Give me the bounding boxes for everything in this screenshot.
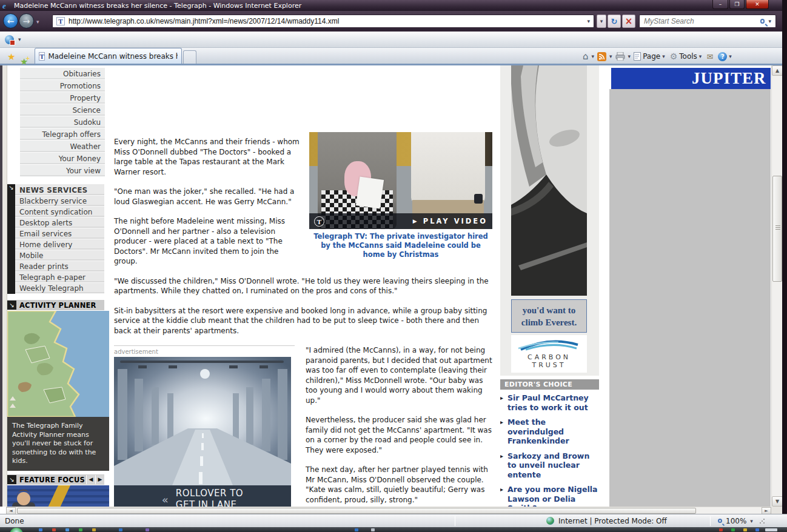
- section-arrow-icon: ↘: [7, 475, 16, 484]
- editors-choice-list: ▸Sir Paul McCartney tries to work it out…: [500, 393, 601, 507]
- pdf-addon-icon[interactable]: [5, 35, 14, 44]
- editors-choice-text: Are you more Nigella Lawson or Delia Smi…: [507, 485, 597, 507]
- page-menu-button[interactable]: Page ▾: [632, 51, 667, 62]
- gear-icon: ⚙: [670, 52, 678, 61]
- editors-choice-text: Sir Paul McCartney tries to work it out: [507, 393, 589, 412]
- history-dropdown-icon[interactable]: ▾: [36, 19, 39, 25]
- sidebar-item-epaper[interactable]: Telegraph e-paper: [15, 272, 104, 283]
- status-text: Done: [0, 517, 455, 525]
- sidebar-item-home-delivery[interactable]: Home delivery: [15, 239, 104, 250]
- scroll-up-button[interactable]: ▲: [772, 65, 783, 76]
- horizontal-scrollbar[interactable]: ◄ ►: [6, 507, 771, 514]
- home-icon: ⌂: [583, 51, 589, 62]
- sidebar-item-obituaries[interactable]: Obituaries: [20, 68, 105, 80]
- rss-icon: [597, 52, 606, 61]
- start-button[interactable]: [10, 528, 23, 532]
- sidebar-item-desktop-alerts[interactable]: Desktop alerts: [15, 218, 104, 228]
- favorites-star-icon[interactable]: ★: [7, 52, 15, 62]
- address-dropdown-icon[interactable]: ▾: [587, 18, 590, 24]
- sidebar-item-reader-prints[interactable]: Reader prints: [15, 261, 104, 272]
- editors-choice-link[interactable]: ▸Are you more Nigella Lawson or Delia Sm…: [500, 485, 601, 507]
- stop-button[interactable]: ×: [622, 15, 635, 28]
- print-button[interactable]: [614, 51, 627, 62]
- jupiter-banner-ad[interactable]: JUPITER: [611, 68, 771, 89]
- everest-advert[interactable]: you'd want to climb Everest.: [511, 299, 587, 333]
- search-icon[interactable]: [760, 19, 765, 24]
- help-button[interactable]: ? ▾: [716, 51, 734, 62]
- jupiter-banner-text: JUPITER: [611, 68, 766, 89]
- advert-rollover-bar[interactable]: « ROLLOVER TOGET IN LANE: [114, 485, 291, 507]
- refresh-button[interactable]: ↻: [608, 15, 621, 28]
- sidebar-item-blackberry[interactable]: Blackberry service: [15, 196, 104, 207]
- vertical-scroll-thumb[interactable]: [772, 176, 782, 282]
- activity-planner-caption: The Telegraph Family Activity Planner me…: [7, 417, 109, 471]
- home-button[interactable]: ⌂: [581, 50, 591, 63]
- video-widget[interactable]: T ▶ PLAY VIDEO Telegraph TV: The private…: [309, 132, 492, 259]
- editors-choice-link[interactable]: ▸Meet the overindulged Frankenkinder: [500, 417, 601, 446]
- zoom-icon: [718, 519, 722, 523]
- advert-line1: ROLLOVER TO: [176, 488, 243, 499]
- sidebar-item-your-money[interactable]: Your Money: [20, 153, 105, 165]
- search-dropdown-icon[interactable]: ▾: [768, 18, 771, 24]
- sidebar-item-mobile[interactable]: Mobile: [15, 250, 104, 261]
- home-dropdown-icon[interactable]: ▾: [592, 53, 595, 59]
- feature-focus-image[interactable]: [7, 485, 109, 507]
- new-tab-stub[interactable]: [183, 50, 196, 64]
- page-viewport: Obituaries Promotions Property Science S…: [0, 65, 787, 507]
- editors-choice-text: Sarkozy and Brown to unveil nuclear ente…: [507, 451, 589, 479]
- back-button[interactable]: ←: [3, 13, 18, 28]
- sidebar-item-property[interactable]: Property: [20, 92, 105, 104]
- address-bar[interactable]: T ▾: [52, 15, 594, 28]
- forward-button[interactable]: →: [19, 13, 34, 28]
- activity-planner-widget[interactable]: The Telegraph Family Activity Planner me…: [7, 311, 109, 471]
- editors-choice-link[interactable]: ▸Sarkozy and Brown to unveil nuclear ent…: [500, 451, 601, 480]
- sidebar-item-weekly-telegraph[interactable]: Weekly Telegraph: [15, 283, 104, 294]
- sidebar-item-sudoku[interactable]: Sudoku: [20, 116, 105, 128]
- tab-active[interactable]: T Madeleine McCann witness breaks her si…: [35, 48, 182, 64]
- zoom-dropdown-icon[interactable]: ▾: [750, 518, 753, 524]
- windows-taskbar[interactable]: [0, 527, 787, 532]
- video-control-bar[interactable]: T ▶ PLAY VIDEO: [309, 213, 492, 229]
- editors-choice-link[interactable]: ▸Sir Paul McCartney tries to work it out: [500, 393, 601, 412]
- vertical-scrollbar[interactable]: ▲ ▼: [771, 65, 782, 507]
- feeds-dropdown-icon[interactable]: ▾: [609, 53, 612, 59]
- close-button[interactable]: ✕: [746, 0, 769, 9]
- video-still-image[interactable]: T ▶ PLAY VIDEO: [309, 132, 492, 229]
- sidebar-item-weather[interactable]: Weather: [20, 141, 105, 153]
- tools-menu-button[interactable]: ⚙ Tools ▾: [668, 50, 704, 62]
- url-input[interactable]: [69, 17, 583, 25]
- feeds-button[interactable]: [595, 51, 608, 62]
- sidebar-nav: Obituaries Promotions Property Science S…: [20, 68, 105, 177]
- scroll-down-button[interactable]: ▼: [772, 496, 783, 507]
- play-video-label: PLAY VIDEO: [423, 217, 487, 225]
- minimize-button[interactable]: –: [712, 0, 728, 9]
- section-arrow-icon: ↘: [7, 301, 16, 310]
- sidebar-item-email-services[interactable]: Email services: [15, 228, 104, 239]
- search-input[interactable]: [644, 17, 757, 25]
- tab-title: Madeleine McCann witness breaks her sile…: [48, 52, 178, 61]
- search-box[interactable]: ▾: [639, 15, 776, 28]
- maximize-button[interactable]: ❐: [729, 0, 745, 9]
- mail-button[interactable]: ✉: [705, 51, 715, 62]
- article-body: T ▶ PLAY VIDEO Telegraph TV: The private…: [114, 132, 492, 507]
- advert-tunnel-image[interactable]: [114, 357, 291, 485]
- sidebar-item-promotions[interactable]: Promotions: [20, 80, 105, 92]
- activity-planner-title: ACTIVITY PLANNER: [19, 301, 96, 310]
- address-list-button[interactable]: ▾: [597, 15, 606, 28]
- feature-next-button[interactable]: ▶: [95, 475, 104, 484]
- caret-icon: ▾: [600, 18, 603, 24]
- horizontal-scroll-thumb[interactable]: [17, 508, 696, 514]
- car-advert-image[interactable]: [511, 65, 587, 296]
- video-caption[interactable]: Telegraph TV: The private investigator h…: [309, 232, 492, 259]
- carbon-trust-logo[interactable]: CARBON TRUST: [511, 335, 587, 373]
- feature-prev-button[interactable]: ◀: [86, 475, 95, 484]
- advert-widget[interactable]: advertisement: [114, 345, 295, 507]
- sidebar-item-telegraph-offers[interactable]: Telegraph offers: [20, 128, 105, 141]
- internet-zone-icon: [546, 517, 554, 525]
- sidebar-item-your-view[interactable]: Your view: [20, 165, 105, 177]
- addon-dropdown-icon[interactable]: ▾: [18, 36, 21, 42]
- sidebar-item-science[interactable]: Science: [20, 104, 105, 116]
- print-dropdown-icon[interactable]: ▾: [628, 53, 631, 59]
- zoom-control[interactable]: 100% ▾: [711, 517, 755, 525]
- sidebar-item-syndication[interactable]: Content syndication: [15, 207, 104, 218]
